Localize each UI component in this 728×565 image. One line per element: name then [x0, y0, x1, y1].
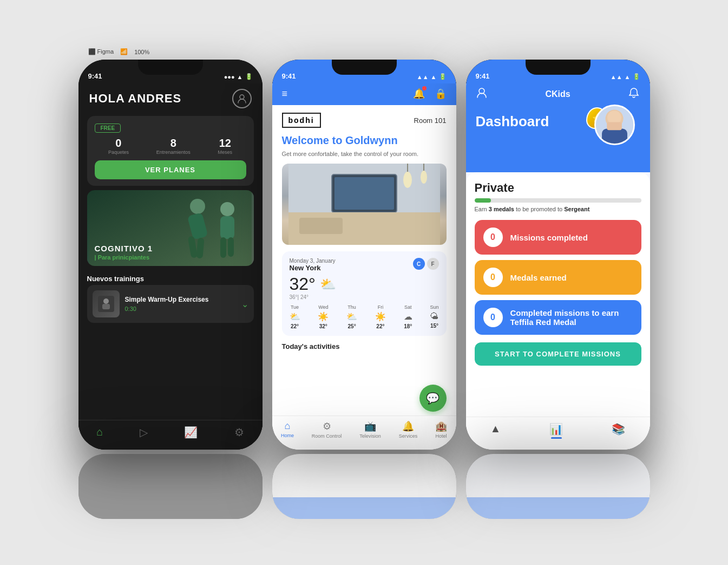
- forecast-sat-icon: ☁: [404, 311, 412, 322]
- nav-chart-icon[interactable]: 📈: [184, 426, 198, 439]
- nav-active-indicator: [551, 437, 562, 439]
- weather-card: Monday 3, January New York C F: [282, 251, 447, 336]
- nav-room-control[interactable]: ⚙ Room Control: [312, 420, 342, 439]
- room-photo: [282, 164, 447, 245]
- ckids-bell-icon[interactable]: [628, 87, 640, 101]
- nav-services[interactable]: 🔔 Services: [399, 420, 418, 439]
- forecast-wed-icon: ☀️: [318, 311, 329, 322]
- training-thumbnail: [93, 290, 120, 317]
- forecast-sun-temp: 15°: [430, 323, 438, 329]
- nav-hotel[interactable]: 🏨 Hotel: [435, 420, 447, 439]
- forecast-wed-temp: 32°: [318, 323, 329, 329]
- hotel-bell-icon[interactable]: 🔔: [413, 88, 425, 100]
- ckids-bottom-nav: ▲ 📊 📚: [466, 417, 650, 450]
- user-avatar-icon[interactable]: [232, 89, 252, 108]
- trainings-num: 8: [156, 137, 191, 150]
- medals-count: 0: [483, 268, 503, 287]
- workout-subtitle: | Para prinicpiantes: [95, 254, 150, 261]
- stat-months: 12 Meses: [218, 137, 233, 155]
- svg-rect-9: [220, 237, 226, 258]
- nav-hotel-label: Hotel: [435, 433, 447, 439]
- time-3: 9:41: [476, 72, 490, 80]
- missions-label: Missions completed: [510, 233, 588, 242]
- teffila-medal-card[interactable]: 0 Completed missions to earn Teffila Red…: [475, 300, 641, 335]
- free-badge: FREE: [95, 124, 121, 133]
- welcome-title: Welcome to Goldwynn: [282, 134, 447, 147]
- notch-3: [526, 60, 591, 75]
- training-time: 0:30: [125, 306, 236, 312]
- nav-play-icon[interactable]: ▷: [140, 426, 148, 439]
- promote-rank-bold: Sergeant: [564, 206, 589, 212]
- forecast-sat-label: Sat: [404, 304, 412, 310]
- training-item[interactable]: Simple Warm-Up Exercises 0:30 ⌄: [87, 285, 254, 323]
- progress-fill: [475, 198, 491, 203]
- teffila-count: 0: [483, 308, 503, 327]
- nav-tv-label: Television: [359, 433, 381, 439]
- dashboard-section: Dashboard ⭐: [466, 113, 650, 172]
- celsius-button[interactable]: C: [413, 258, 425, 270]
- status-icons-1: ●●● ▲ 🔋: [224, 73, 253, 80]
- nav-ckids-book[interactable]: 📚: [612, 423, 625, 439]
- phone-hotel: 9:41 ▲▲ ▲ 🔋 ≡ 🔔: [272, 60, 456, 450]
- promote-text: Earn 3 medals to be promoted to Sergeant: [475, 206, 641, 212]
- temp-range: 36°| 24°: [290, 294, 439, 300]
- hotel-lock-icon[interactable]: 🔒: [435, 88, 447, 100]
- training-name: Simple Warm-Up Exercises: [125, 296, 236, 303]
- forecast-sat: Sat ☁ 18°: [404, 304, 412, 329]
- nav-hotel-home[interactable]: ⌂ Home: [281, 420, 294, 439]
- screen-container: 9:41 ●●● ▲ 🔋 HOLA ANDRES: [78, 60, 650, 519]
- svg-rect-17: [335, 177, 394, 210]
- medals-earned-card[interactable]: 0 Medals earned: [475, 260, 641, 295]
- hotel-icon: 🏨: [435, 420, 447, 432]
- hotel-screen: ≡ 🔔 🔒 bodhi Room 101: [272, 83, 456, 450]
- forecast-tue-label: Tue: [290, 304, 300, 310]
- stat-packages: 0 Paquetes: [108, 137, 129, 155]
- missions-completed-card[interactable]: 0 Missions completed: [475, 220, 641, 255]
- promote-middle: to be promoted to: [514, 206, 564, 212]
- forecast-tue-icon: ⛅: [290, 311, 300, 322]
- months-num: 12: [218, 137, 233, 150]
- ckids-app-title: CKids: [545, 89, 570, 99]
- nav-ckids-chart[interactable]: 📊: [549, 423, 563, 439]
- battery-icon: 100%: [134, 49, 149, 55]
- svg-point-12: [103, 298, 109, 304]
- stat-trainings: 8 Entrenamientos: [156, 137, 191, 155]
- notch-2: [332, 60, 397, 75]
- ckids-user-icon[interactable]: [476, 87, 488, 101]
- temp-toggle: C F: [413, 258, 439, 270]
- ver-planes-button[interactable]: VER PLANES: [95, 160, 246, 179]
- svg-point-23: [421, 171, 427, 184]
- nav-ckids-triangle[interactable]: ▲: [490, 423, 501, 439]
- forecast-fri-temp: 22°: [375, 323, 386, 329]
- phone-ckids-shadow: [466, 454, 650, 519]
- nav-home-icon[interactable]: ⌂: [96, 426, 103, 439]
- hotel-bottom-nav: ⌂ Home ⚙ Room Control 📺 Television: [272, 415, 456, 450]
- fahrenheit-button[interactable]: F: [427, 258, 439, 270]
- ckids-screen: CKids Dashboard: [466, 83, 650, 450]
- training-info: Simple Warm-Up Exercises 0:30: [125, 296, 236, 312]
- forecast-fri-icon: ☀️: [375, 311, 386, 322]
- bathroom-visual: [282, 164, 447, 245]
- user-profile-avatar: [594, 105, 635, 145]
- svg-point-0: [240, 95, 244, 99]
- nav-settings-icon[interactable]: ⚙: [234, 426, 244, 439]
- svg-rect-8: [220, 216, 234, 239]
- forecast-tue-temp: 22°: [290, 323, 300, 329]
- main-temperature: 32°: [290, 274, 316, 294]
- room-control-icon: ⚙: [312, 420, 342, 432]
- workout-title: COGNITIVO 1: [95, 244, 153, 253]
- fab-chat-button[interactable]: 💬: [419, 385, 447, 412]
- stats-row: 0 Paquetes 8 Entrenamientos 12 Meses: [95, 137, 246, 155]
- chevron-down-icon[interactable]: ⌄: [241, 299, 248, 309]
- start-missions-button[interactable]: START TO COMPLETE MISSIONS: [475, 342, 641, 366]
- weather-date: Monday 3, January: [290, 258, 336, 264]
- nav-television[interactable]: 📺 Television: [359, 420, 381, 439]
- hamburger-icon[interactable]: ≡: [282, 88, 288, 100]
- services-icon: 🔔: [399, 420, 418, 432]
- hotel-body: bodhi Room 101 Welcome to Goldwynn Get m…: [272, 105, 456, 358]
- forecast-sun-label: Sun: [430, 304, 438, 310]
- tv-icon: 📺: [359, 420, 381, 432]
- svg-point-21: [403, 172, 412, 188]
- phone-hotel-shadow: [272, 454, 456, 519]
- svg-rect-10: [228, 237, 234, 257]
